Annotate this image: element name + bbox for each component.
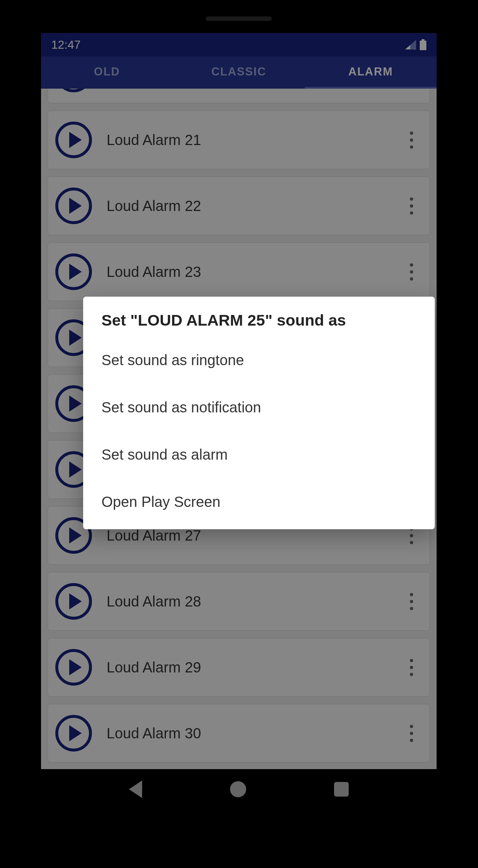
option-set-ringtone[interactable]: Set sound as ringtone bbox=[83, 337, 435, 384]
device-speaker bbox=[206, 16, 272, 21]
screen: 12:47 x OLD CLASSIC ALARM bbox=[41, 33, 437, 809]
device-frame: 12:47 x OLD CLASSIC ALARM bbox=[26, 11, 451, 861]
dialog-title: Set "LOUD ALARM 25" sound as bbox=[83, 311, 435, 337]
option-set-alarm[interactable]: Set sound as alarm bbox=[83, 431, 435, 478]
set-sound-dialog: Set "LOUD ALARM 25" sound as Set sound a… bbox=[83, 297, 435, 529]
option-set-notification[interactable]: Set sound as notification bbox=[83, 384, 435, 431]
option-open-play-screen[interactable]: Open Play Screen bbox=[83, 478, 435, 526]
